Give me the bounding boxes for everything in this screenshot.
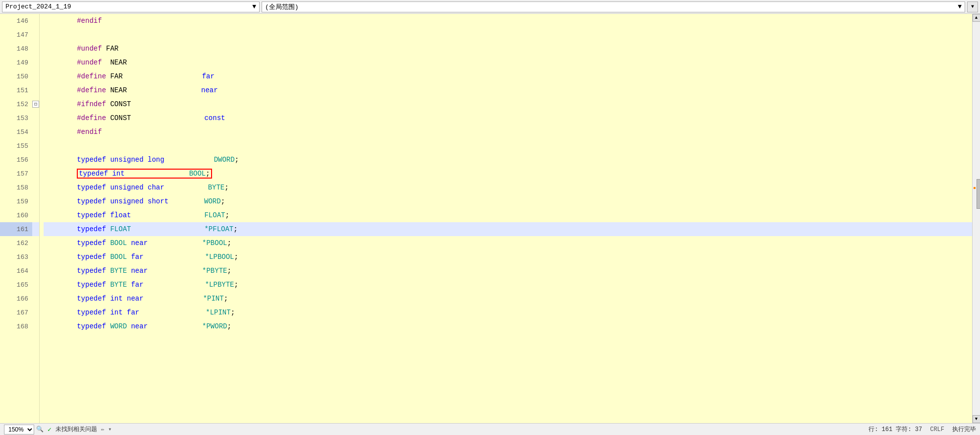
line-155: 155 [0,139,39,153]
code-line-163: typedef BOOL far*LPBOOL; [44,250,972,264]
code-text: *LPBOOL [205,253,234,261]
line-160: 160 [0,208,39,222]
code-text: ; [233,225,237,233]
code-line-146: #endif [44,14,972,28]
code-line-147 [44,28,972,42]
code-line-151: #define NEARnear [44,83,972,97]
code-text: typedef [79,170,112,178]
code-text: typedef [44,211,110,219]
code-line-157: typedef intBOOL; [44,167,972,181]
file-selector[interactable]: Project_2024_1_19 ▼ [2,1,260,12]
code-text: #undef [44,45,106,53]
code-text: far [127,309,139,316]
line-151: 151 [0,83,39,97]
code-text: ; [227,239,231,247]
edit-icon[interactable]: ✏ ▾ [101,426,112,433]
scroll-down-button[interactable]: ▼ [973,415,980,423]
line-150: 150 [0,69,39,83]
code-text: ; [234,281,238,289]
code-line-162: typedef BOOL near*PBOOL; [44,236,972,250]
code-text: WORD [110,322,131,330]
code-line-155 [44,139,972,153]
code-line-153: #define CONSTconst [44,111,972,125]
code-text: *PBYTE [202,267,227,275]
code-text: unsigned char [110,184,164,191]
code-content[interactable]: #endif #undef FAR #undef NEAR #define FA… [40,14,972,423]
code-text: int [112,170,124,178]
line-157: 157 [0,167,39,181]
code-text: far [131,253,143,261]
code-line-156: typedef unsigned longDWORD; [44,153,972,167]
line-149: 149 [0,56,39,69]
code-text: BYTE [110,267,131,275]
code-text: FLOAT [204,211,225,219]
code-text: *PBOOL [202,239,227,247]
extra-dropdown[interactable]: ▼ [967,1,978,12]
code-text [44,170,77,178]
code-text: CONST [110,114,131,122]
code-text: near [131,322,148,330]
status-right: 行: 161 字符: 37 CRLF 执行完毕 [869,425,976,434]
code-text: int [110,295,127,303]
code-text: ; [221,197,225,205]
code-text: typedef [44,309,110,316]
code-text: FAR [106,45,118,53]
scroll-up-button[interactable]: ▲ [973,14,980,22]
code-text: ; [227,267,231,275]
line-167: 167 [0,306,39,319]
line-146: 146 [0,14,39,28]
code-text: FAR [110,72,122,80]
scope-dropdown-arrow[interactable]: ▼ [958,3,962,10]
code-text: near [131,267,148,275]
code-line-160: typedef floatFLOAT; [44,208,972,222]
code-text: int [110,309,127,316]
code-text: ; [227,322,231,330]
code-text: typedef [44,322,110,330]
code-text: DWORD [214,156,235,164]
code-text [44,100,77,108]
line-col-info: 行: 161 字符: 37 [869,425,922,434]
line-166: 166 [0,292,39,306]
zoom-control[interactable]: 150% 100% 125% 200% 🔍 [4,425,44,435]
fold-button-152[interactable]: ⊟ [32,101,39,108]
code-line-149: #undef NEAR [44,56,972,69]
line-number-gutter: 146 147 148 149 150 151 152⊟ 153 154 155… [0,14,40,423]
no-issues-icon: ✓ [48,426,52,434]
line-153: 153 [0,111,39,125]
code-text: BOOL [189,170,206,178]
line-163: 163 [0,250,39,264]
zoom-select[interactable]: 150% 100% 125% 200% [4,425,34,435]
code-text: ; [224,295,228,303]
code-text: ; [231,309,235,316]
code-text: *PWORD [202,322,227,330]
line-156: 156 [0,153,39,167]
code-text: typedef [44,225,110,233]
line-162: 162 [0,236,39,250]
code-text: *PFLOAT [204,225,233,233]
code-text: typedef [44,184,110,191]
line-165: 165 [0,278,39,292]
line-154: 154 [0,125,39,139]
code-text: unsigned long [110,156,164,164]
code-text: CONST [110,100,131,108]
code-text: BOOL [110,239,131,247]
file-dropdown-arrow[interactable]: ▼ [252,3,256,10]
code-line-164: typedef BYTE near*PBYTE; [44,264,972,278]
code-text: *PINT [203,295,224,303]
highlighted-typedef-int: typedef intBOOL; [77,169,212,179]
code-line-152: #ifndef CONST [44,97,972,111]
status-left: 150% 100% 125% 200% 🔍 ✓ 未找到相关问题 ✏ ▾ [4,425,111,435]
code-line-168: typedef WORD near*PWORD; [44,319,972,333]
encoding-info: CRLF [930,426,944,433]
code-text: *LPINT [206,309,230,316]
line-168: 168 [0,319,39,333]
scope-selector[interactable]: (全局范围) ▼ [262,1,965,12]
editor-area: 146 147 148 149 150 151 152⊟ 153 154 155… [0,14,980,423]
code-text: ; [235,156,239,164]
code-text: typedef [44,156,110,164]
line-158: 158 [0,181,39,194]
code-line-165: typedef BYTE far*LPBYTE; [44,278,972,292]
vertical-scrollbar[interactable]: ▲ ▼ [972,14,980,423]
code-text: ; [224,184,228,191]
scroll-thumb[interactable] [977,179,980,209]
